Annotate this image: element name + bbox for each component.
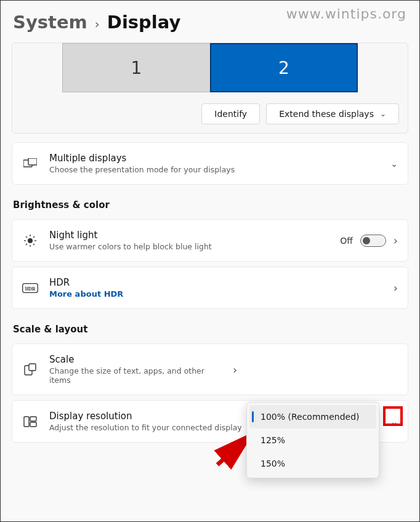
chevron-right-icon[interactable]: › bbox=[394, 234, 398, 247]
scale-option-100[interactable]: 100% (Recommended) bbox=[249, 405, 376, 428]
multiple-displays-sub: Choose the presentation mode for your di… bbox=[49, 165, 379, 174]
monitor-1[interactable]: 1 bbox=[62, 43, 210, 92]
chevron-right-icon: › bbox=[95, 17, 100, 31]
chevron-down-icon: ⌄ bbox=[380, 110, 386, 118]
scale-sub: Change the size of text, apps, and other… bbox=[49, 366, 222, 385]
multiple-displays-icon bbox=[22, 158, 38, 169]
night-light-icon bbox=[22, 235, 38, 247]
scale-option-150[interactable]: 150% bbox=[247, 452, 379, 475]
page-title: Display bbox=[107, 12, 181, 33]
svg-rect-15 bbox=[24, 417, 29, 427]
night-light-toggle[interactable] bbox=[360, 235, 386, 247]
svg-line-9 bbox=[33, 236, 34, 238]
night-light-state: Off bbox=[340, 236, 353, 246]
display-arrangement-panel: 1 2 Identify Extend these displays ⌄ bbox=[12, 42, 408, 134]
night-light-row[interactable]: Night light Use warmer colors to help bl… bbox=[12, 219, 408, 262]
hdr-icon: HDR bbox=[22, 283, 38, 293]
scale-row[interactable]: Scale Change the size of text, apps, and… bbox=[12, 343, 408, 395]
svg-line-8 bbox=[33, 244, 34, 245]
svg-text:HDR: HDR bbox=[25, 286, 36, 291]
svg-line-18 bbox=[217, 437, 248, 465]
chevron-down-icon: ⌄ bbox=[390, 159, 398, 169]
scale-option-125[interactable]: 125% bbox=[247, 428, 379, 452]
svg-rect-14 bbox=[29, 364, 36, 371]
hdr-link[interactable]: More about HDR bbox=[49, 289, 382, 299]
multiple-displays-row[interactable]: Multiple displays Choose the presentatio… bbox=[12, 142, 408, 185]
hdr-row[interactable]: HDR HDR More about HDR › bbox=[12, 267, 408, 309]
svg-line-10 bbox=[26, 244, 27, 245]
hdr-title: HDR bbox=[49, 277, 382, 288]
resolution-icon bbox=[22, 416, 38, 427]
svg-point-2 bbox=[28, 238, 33, 243]
svg-rect-17 bbox=[30, 422, 36, 427]
chevron-right-icon[interactable]: › bbox=[233, 363, 237, 376]
svg-rect-16 bbox=[30, 417, 36, 421]
identify-label: Identify bbox=[214, 109, 247, 119]
section-brightness-color: Brightness & color bbox=[13, 199, 408, 211]
breadcrumb-system[interactable]: System bbox=[13, 12, 87, 33]
night-light-title: Night light bbox=[49, 230, 329, 241]
multiple-displays-title: Multiple displays bbox=[49, 153, 379, 164]
section-scale-layout: Scale & layout bbox=[13, 324, 408, 335]
display-mode-label: Extend these displays bbox=[279, 109, 374, 119]
scale-title: Scale bbox=[49, 354, 222, 365]
display-mode-dropdown[interactable]: Extend these displays ⌄ bbox=[266, 103, 399, 124]
scale-dropdown[interactable]: 100% (Recommended) 125% 150% bbox=[246, 402, 379, 478]
scale-icon bbox=[22, 363, 38, 375]
chevron-right-icon[interactable]: › bbox=[394, 281, 398, 294]
watermark-text: www.wintips.org bbox=[286, 6, 406, 22]
monitor-2[interactable]: 2 bbox=[210, 43, 358, 92]
svg-rect-1 bbox=[28, 158, 37, 165]
night-light-sub: Use warmer colors to help block blue lig… bbox=[49, 242, 329, 251]
identify-button[interactable]: Identify bbox=[201, 103, 260, 124]
svg-line-7 bbox=[26, 236, 27, 238]
highlight-box bbox=[383, 406, 403, 426]
